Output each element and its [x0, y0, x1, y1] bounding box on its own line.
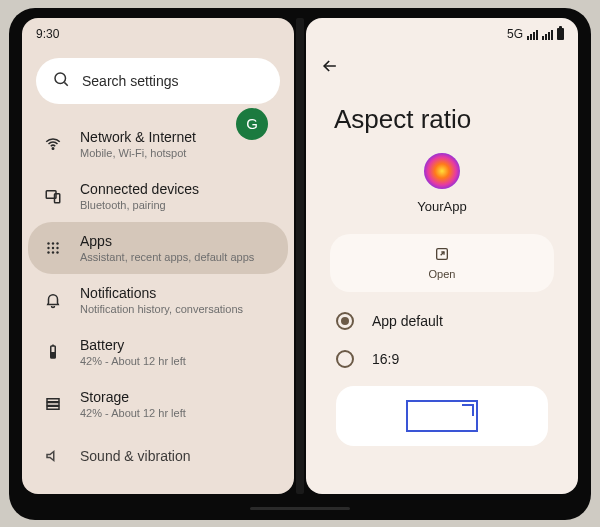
- app-name: YourApp: [417, 199, 466, 214]
- menu-title: Notifications: [80, 285, 243, 301]
- svg-point-12: [52, 251, 54, 253]
- storage-icon: [42, 393, 64, 415]
- menu-subtitle: 42% - About 12 hr left: [80, 407, 186, 419]
- open-external-icon: [434, 246, 450, 266]
- hinge: [296, 18, 304, 494]
- signal-icon: [542, 28, 553, 40]
- devices-icon: [42, 185, 64, 207]
- svg-point-6: [52, 242, 54, 244]
- status-time: 9:30: [36, 27, 59, 41]
- radio-checked-icon: [336, 312, 354, 330]
- wifi-icon: [42, 133, 64, 155]
- battery-icon: [42, 341, 64, 363]
- option-label: 16:9: [372, 351, 399, 367]
- sidebar-item-battery[interactable]: Battery 42% - About 12 hr left: [28, 326, 288, 378]
- nav-handle[interactable]: [250, 507, 350, 510]
- aspect-preview: [336, 386, 548, 446]
- apps-icon: [42, 237, 64, 259]
- option-app-default[interactable]: App default: [306, 302, 578, 340]
- menu-title: Network & Internet: [80, 129, 196, 145]
- network-label: 5G: [507, 27, 523, 41]
- search-input[interactable]: Search settings: [36, 58, 280, 104]
- menu-title: Storage: [80, 389, 186, 405]
- aspect-preview-frame: [406, 400, 478, 432]
- app-icon: [424, 153, 460, 189]
- page-title: Aspect ratio: [306, 86, 578, 149]
- menu-subtitle: Mobile, Wi-Fi, hotspot: [80, 147, 196, 159]
- sidebar-item-notifications[interactable]: Notifications Notification history, conv…: [28, 274, 288, 326]
- option-16-9[interactable]: 16:9: [306, 340, 578, 378]
- settings-menu: Network & Internet Mobile, Wi-Fi, hotspo…: [22, 112, 294, 482]
- bell-icon: [42, 289, 64, 311]
- svg-point-9: [52, 246, 54, 248]
- sidebar-item-storage[interactable]: Storage 42% - About 12 hr left: [28, 378, 288, 430]
- menu-title: Sound & vibration: [80, 448, 191, 464]
- radio-unchecked-icon: [336, 350, 354, 368]
- sidebar-item-apps[interactable]: Apps Assistant, recent apps, default app…: [28, 222, 288, 274]
- menu-subtitle: Notification history, conversations: [80, 303, 243, 315]
- menu-subtitle: Assistant, recent apps, default apps: [80, 251, 254, 263]
- menu-subtitle: 42% - About 12 hr left: [80, 355, 186, 367]
- svg-rect-16: [52, 344, 54, 346]
- status-bar-left: 9:30: [22, 18, 294, 50]
- svg-rect-15: [51, 352, 56, 358]
- svg-point-11: [47, 251, 49, 253]
- open-label: Open: [429, 268, 456, 280]
- option-label: App default: [372, 313, 443, 329]
- app-header: YourApp: [306, 149, 578, 224]
- svg-line-1: [64, 82, 67, 85]
- svg-point-8: [47, 246, 49, 248]
- battery-status-icon: [557, 28, 564, 40]
- svg-point-13: [56, 251, 58, 253]
- open-button[interactable]: Open: [330, 234, 554, 292]
- sound-icon: [42, 445, 64, 467]
- status-bar-right: 5G: [306, 18, 578, 50]
- sidebar-item-devices[interactable]: Connected devices Bluetooth, pairing: [28, 170, 288, 222]
- svg-rect-18: [47, 402, 59, 405]
- svg-rect-17: [47, 398, 59, 401]
- svg-point-5: [47, 242, 49, 244]
- svg-point-2: [52, 147, 54, 149]
- avatar[interactable]: G: [236, 108, 268, 140]
- menu-title: Connected devices: [80, 181, 199, 197]
- menu-title: Battery: [80, 337, 186, 353]
- svg-rect-19: [47, 406, 59, 409]
- svg-point-7: [56, 242, 58, 244]
- menu-title: Apps: [80, 233, 254, 249]
- menu-subtitle: Bluetooth, pairing: [80, 199, 199, 211]
- search-icon: [52, 70, 70, 92]
- svg-point-10: [56, 246, 58, 248]
- svg-point-0: [55, 73, 66, 84]
- back-button[interactable]: [306, 50, 578, 86]
- signal-icon: [527, 28, 538, 40]
- search-placeholder: Search settings: [82, 73, 274, 89]
- sidebar-item-sound[interactable]: Sound & vibration: [28, 430, 288, 482]
